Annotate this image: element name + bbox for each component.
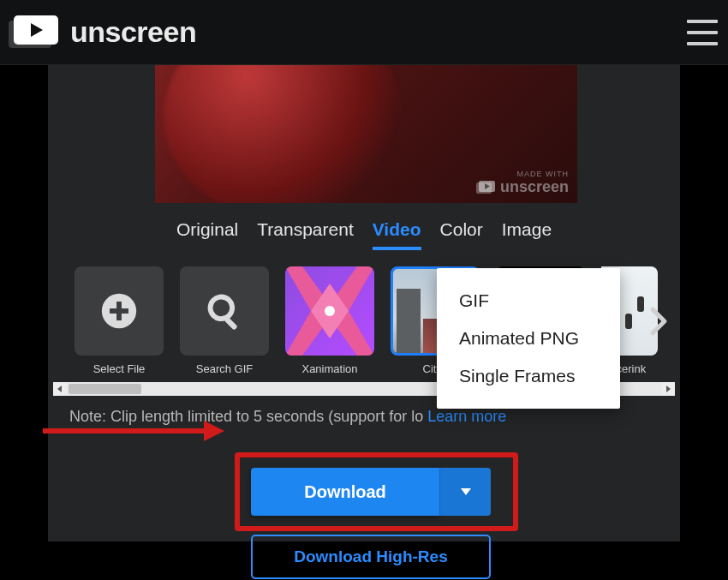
carousel-next-button[interactable] [644,307,673,336]
svg-point-11 [325,306,335,316]
note-text: Note: Clip length limited to 5 seconds (… [69,408,423,425]
menu-item-single-frames[interactable]: Single Frames [437,357,620,395]
brand-name: unscreen [70,15,196,49]
menu-item-gif[interactable]: GIF [437,282,620,320]
tab-transparent[interactable]: Transparent [257,219,353,250]
app-header: unscreen [0,0,728,65]
search-icon [206,292,243,330]
plus-circle-icon [100,292,138,330]
thumb-select-file[interactable]: Select File [75,266,164,375]
scroll-left-button[interactable] [53,382,67,396]
scrollbar-thumb[interactable] [69,384,141,394]
thumb-search-gif[interactable]: Search GIF [180,266,269,375]
download-dropdown-toggle[interactable] [439,468,491,516]
triangle-right-icon [665,386,671,392]
preview-watermark: MADE WITH unscreen [476,170,569,196]
menu-icon[interactable] [687,20,718,45]
svg-marker-12 [57,386,62,392]
svg-marker-14 [461,488,471,495]
tab-video[interactable]: Video [373,219,421,250]
scroll-right-button[interactable] [661,382,675,396]
learn-more-link[interactable]: Learn more [427,408,506,425]
background-tabs: Original Transparent Video Color Image [48,219,680,250]
video-preview: MADE WITH unscreen [155,65,577,203]
menu-item-animated-png[interactable]: Animated PNG [437,320,620,357]
tab-color[interactable]: Color [440,219,483,250]
download-high-res-button[interactable]: Download High-Res [251,535,491,579]
caret-down-icon [461,488,471,495]
play-logo-icon [9,15,58,50]
svg-rect-10 [224,317,238,330]
brand-logo[interactable]: unscreen [9,15,196,50]
triangle-left-icon [57,386,63,392]
x-shape-icon [285,266,374,356]
download-format-menu: GIF Animated PNG Single Frames [437,268,620,409]
svg-marker-13 [666,386,671,392]
tab-image[interactable]: Image [502,219,552,250]
svg-rect-8 [110,308,128,314]
download-button[interactable]: Download [251,468,439,516]
thumb-xanimation[interactable]: Xanimation [285,266,374,375]
svg-point-9 [211,297,233,320]
download-button-group: Download [251,468,491,516]
chevron-right-icon [649,307,668,336]
tab-original[interactable]: Original [176,219,238,250]
play-logo-icon [476,181,495,194]
